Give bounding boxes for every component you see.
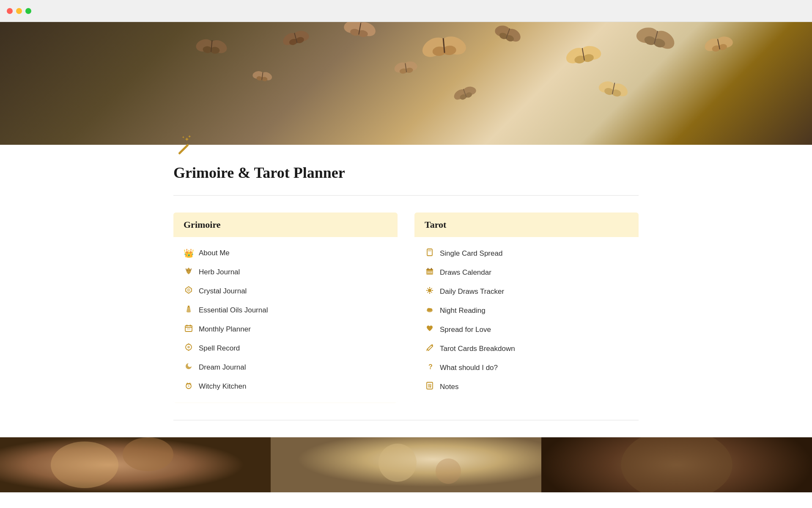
bottom-images [0, 437, 812, 492]
svg-rect-89 [426, 269, 433, 271]
grimoire-item-label: Spell Record [199, 344, 240, 353]
tarot-item-label: Draws Calendar [440, 268, 491, 277]
question-icon: ? [425, 362, 435, 373]
grimoire-item-spell-record[interactable]: Spell Record [173, 339, 398, 358]
pencil-icon [425, 343, 435, 354]
grimoire-item-herb-journal[interactable]: Herb Journal [173, 262, 398, 282]
grimoire-item-label: Essential Oils Journal [199, 306, 268, 315]
svg-point-114 [51, 442, 118, 488]
crown-icon: 👑 [184, 248, 194, 258]
bottom-thumb-3[interactable] [541, 437, 812, 492]
tarot-item-label: Spread for Love [440, 326, 491, 334]
hero-banner [0, 22, 812, 145]
svg-point-73 [188, 329, 189, 329]
sun-icon [425, 286, 435, 297]
grimoire-item-label: Witchy Kitchen [199, 382, 246, 391]
svg-point-85 [188, 385, 189, 387]
tarot-item-breakdown[interactable]: Tarot Cards Breakdown [414, 339, 639, 358]
svg-marker-65 [187, 288, 190, 292]
svg-line-107 [427, 349, 427, 351]
spell-icon [184, 343, 194, 353]
tarot-item-label: Night Reading [440, 306, 486, 315]
grimoire-item-about-me[interactable]: 👑 About Me [173, 244, 398, 262]
tarot-item-notes[interactable]: Notes [414, 377, 639, 396]
calendar2-icon [425, 267, 435, 278]
svg-point-76 [187, 346, 190, 348]
tarot-item-label: Tarot Cards Breakdown [440, 345, 515, 353]
grimoire-item-label: Monthly Planner [199, 325, 251, 334]
kitchen-icon [184, 381, 194, 392]
cloud-icon [425, 305, 435, 316]
grimoire-header: Grimoire [173, 213, 398, 237]
page-icon: ✦ ✦ ✦ [173, 132, 197, 160]
svg-point-120 [621, 437, 732, 492]
bottom-divider [173, 420, 639, 420]
tarot-section: Tarot Single Card Spread [414, 213, 639, 403]
svg-point-106 [429, 308, 432, 311]
calendar-icon [184, 324, 194, 334]
tarot-items: Single Card Spread [414, 237, 639, 403]
tarot-item-night-reading[interactable]: Night Reading [414, 301, 639, 320]
svg-point-115 [123, 437, 173, 471]
svg-point-118 [436, 458, 461, 484]
tarot-item-draws-calendar[interactable]: Draws Calendar [414, 263, 639, 282]
svg-rect-93 [429, 272, 431, 273]
svg-text:?: ? [428, 363, 433, 370]
svg-line-100 [428, 288, 428, 289]
card-icon [425, 248, 435, 259]
grimoire-item-label: Herb Journal [199, 268, 240, 276]
tarot-item-spread-love[interactable]: Spread for Love [414, 320, 639, 339]
svg-text:✦: ✦ [182, 135, 185, 139]
moon-icon [184, 362, 194, 373]
tarot-item-label: Single Card Spread [440, 249, 502, 258]
svg-line-102 [431, 288, 432, 289]
minimize-button[interactable] [16, 8, 22, 14]
svg-point-117 [379, 444, 417, 482]
grimoire-item-label: About Me [199, 249, 230, 257]
grimoire-item-label: Crystal Journal [199, 287, 247, 295]
page-title: Grimoire & Tarot Planner [173, 164, 639, 182]
traffic-lights [7, 8, 31, 14]
svg-rect-87 [428, 250, 431, 251]
tarot-header: Tarot [414, 213, 639, 237]
bottom-thumb-2[interactable] [271, 437, 541, 492]
tarot-item-daily-draws[interactable]: Daily Draws Tracker [414, 282, 639, 301]
top-divider [173, 195, 639, 196]
svg-text:✦: ✦ [188, 134, 191, 139]
maximize-button[interactable] [25, 8, 31, 14]
notes-icon [425, 381, 435, 392]
bottom-thumb-1[interactable] [0, 437, 271, 492]
svg-point-95 [428, 289, 431, 292]
svg-point-74 [189, 329, 190, 329]
content-grid: Grimoire 👑 About Me Herb Journal [173, 213, 639, 403]
grimoire-item-label: Dream Journal [199, 363, 246, 372]
svg-rect-67 [187, 307, 190, 307]
tarot-item-label: Notes [440, 383, 458, 391]
grimoire-item-crystal-journal[interactable]: Crystal Journal [173, 282, 398, 301]
crystal-icon [184, 286, 194, 296]
svg-rect-92 [428, 272, 429, 273]
svg-rect-94 [431, 272, 432, 273]
herb-icon [184, 267, 194, 277]
grimoire-item-witchy-kitchen[interactable]: Witchy Kitchen [173, 377, 398, 396]
flask-icon [184, 305, 194, 315]
heart-icon [425, 324, 435, 335]
browser-chrome [0, 0, 812, 22]
tarot-item-what-should-i-do[interactable]: ? What should I do? [414, 358, 639, 377]
svg-point-72 [187, 329, 188, 329]
close-button[interactable] [7, 8, 13, 14]
tarot-item-label: What should I do? [440, 364, 498, 372]
svg-rect-60 [178, 144, 189, 155]
svg-line-101 [431, 292, 432, 293]
grimoire-items: 👑 About Me Herb Journal [173, 237, 398, 403]
svg-line-103 [428, 292, 428, 293]
grimoire-item-dream-journal[interactable]: Dream Journal [173, 358, 398, 377]
main-content: ✦ ✦ ✦ Grimoire & Tarot Planner Grimoire … [131, 145, 681, 420]
svg-point-80 [188, 363, 192, 367]
tarot-item-single-card[interactable]: Single Card Spread [414, 244, 639, 263]
grimoire-item-essential-oils[interactable]: Essential Oils Journal [173, 301, 398, 320]
grimoire-section: Grimoire 👑 About Me Herb Journal [173, 213, 398, 403]
grimoire-item-monthly-planner[interactable]: Monthly Planner [173, 320, 398, 339]
tarot-item-label: Daily Draws Tracker [440, 287, 504, 296]
